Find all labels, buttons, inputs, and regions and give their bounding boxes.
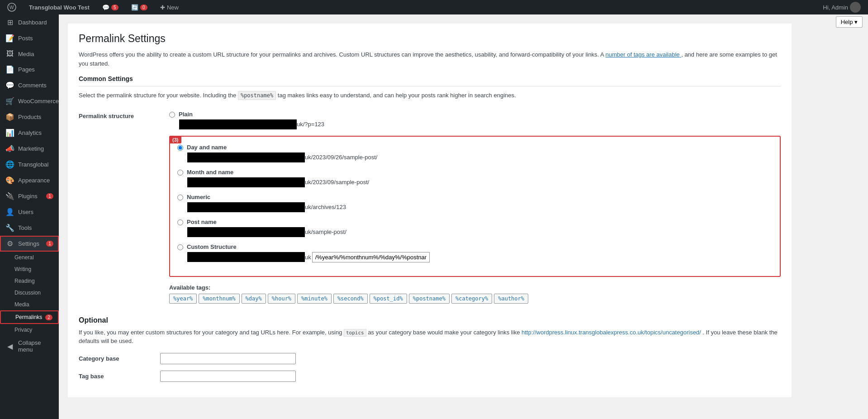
submenu-item-media-settings[interactable]: Media	[0, 299, 59, 310]
category-base-input[interactable]	[160, 353, 296, 364]
sidebar-item-transglobal[interactable]: 🌐 Transglobal	[0, 157, 59, 172]
site-name-item[interactable]: Transglobal Woo Test	[25, 0, 93, 14]
sidebar-item-label: Settings	[18, 240, 43, 247]
sidebar-item-label: Users	[18, 209, 53, 215]
comments-icon: 💬	[5, 81, 14, 90]
collapse-menu-item[interactable]: ◀ Collapse menu	[0, 336, 59, 357]
tag-second[interactable]: %second%	[333, 294, 368, 304]
pages-icon: 📄	[5, 65, 14, 74]
sidebar-item-comments[interactable]: 💬 Comments	[0, 77, 59, 93]
sidebar-item-posts[interactable]: 📝 Posts	[0, 30, 59, 46]
tag-category[interactable]: %category%	[451, 294, 492, 304]
user-greeting[interactable]: Hi, Admin	[819, 0, 864, 14]
tag-monthnum[interactable]: %monthnum%	[199, 294, 239, 304]
post-name-label[interactable]: Post name	[177, 219, 773, 225]
sidebar-item-label: Comments	[18, 82, 53, 89]
help-label: Help ▾	[841, 19, 858, 25]
help-button[interactable]: Help ▾	[836, 16, 863, 28]
tag-author[interactable]: %author%	[494, 294, 528, 304]
tag-postname[interactable]: %postname%	[409, 294, 450, 304]
postname-tag: %postname%	[238, 91, 276, 100]
sidebar-item-users[interactable]: 👤 Users	[0, 204, 59, 220]
sidebar-item-label: Marketing	[18, 145, 53, 152]
sidebar-item-settings[interactable]: ⚙ Settings 1	[0, 236, 59, 252]
csd-start: Select the permalink structure for your …	[79, 92, 236, 99]
tag-base-input[interactable]	[160, 371, 296, 382]
comments-item[interactable]: 💬 5	[99, 0, 122, 14]
plain-radio[interactable]	[169, 112, 175, 118]
custom-url-uk: uk	[305, 254, 311, 261]
numeric-option: Numeric uk/archives/123	[177, 194, 773, 212]
sidebar-item-products[interactable]: 📦 Products	[0, 109, 59, 125]
media-icon: 🖼	[5, 50, 14, 58]
submenu-item-general[interactable]: General	[0, 252, 59, 263]
sidebar-item-tools[interactable]: 🔧 Tools	[0, 220, 59, 236]
sidebar-item-label: Media	[18, 51, 53, 57]
month-name-radio[interactable]	[177, 170, 183, 176]
submenu-item-discussion[interactable]: Discussion	[0, 287, 59, 299]
tag-post-id[interactable]: %post_id%	[370, 294, 407, 304]
post-name-radio[interactable]	[177, 219, 183, 225]
tags-available-link[interactable]: number of tags are available	[605, 51, 681, 58]
collapse-icon: ◀	[5, 342, 14, 351]
custom-structure-input[interactable]	[312, 252, 430, 262]
submenu-item-reading[interactable]: Reading	[0, 275, 59, 287]
plugins-icon: 🔌	[5, 192, 14, 200]
numeric-radio[interactable]	[177, 195, 183, 200]
tag-hour[interactable]: %hour%	[268, 294, 295, 304]
tag-day[interactable]: %day%	[242, 294, 266, 304]
sidebar-item-label: Plugins	[18, 193, 43, 200]
tag-year[interactable]: %year%	[169, 294, 197, 304]
post-name-url-suffix: uk/sample-post/	[305, 229, 346, 235]
sidebar-item-media[interactable]: 🖼 Media	[0, 46, 59, 62]
permalink-structure-label: Permalink structure	[79, 107, 169, 307]
month-name-label[interactable]: Month and name	[177, 169, 773, 176]
optional-desc-url[interactable]: http://wordpress.linux.transglobalexpres…	[522, 329, 702, 336]
tag-minute[interactable]: %minute%	[297, 294, 332, 304]
numeric-url-redacted	[187, 202, 305, 212]
submenu-item-writing[interactable]: Writing	[0, 263, 59, 275]
submenu-item-permalinks[interactable]: Permalinks 2	[0, 310, 59, 324]
optional-desc-mid: as your category base would make your ca…	[368, 329, 520, 336]
day-name-option: Day and name uk/2023/09/26/sample-post/	[177, 144, 773, 162]
permalink-structure-box: (3) Day and name uk/2023/09/26/sample-po…	[169, 136, 781, 277]
hi-label: Hi, Admin	[823, 4, 848, 11]
users-icon: 👤	[5, 208, 14, 216]
numeric-label[interactable]: Numeric	[177, 194, 773, 200]
month-name-text: Month and name	[187, 169, 233, 176]
sidebar-item-marketing[interactable]: 📣 Marketing	[0, 141, 59, 157]
dashboard-icon: ⊞	[5, 18, 14, 27]
custom-structure-label[interactable]: Custom Structure	[177, 243, 773, 250]
sidebar-item-label: Appearance	[18, 177, 53, 184]
optional-desc-code: topics	[344, 329, 366, 337]
custom-structure-radio[interactable]	[177, 244, 183, 250]
day-name-radio[interactable]	[177, 145, 183, 151]
sidebar-item-pages[interactable]: 📄 Pages	[0, 62, 59, 77]
comments-count: 5	[111, 5, 119, 10]
submenu-item-privacy[interactable]: Privacy	[0, 324, 59, 336]
permalink-structure-row: Permalink structure Plain uk/?p=123	[79, 107, 781, 307]
sidebar-item-label: Posts	[18, 35, 53, 42]
sidebar-item-analytics[interactable]: 📊 Analytics	[0, 125, 59, 141]
updates-icon: 🔄	[131, 4, 138, 11]
custom-url-redacted	[187, 252, 305, 262]
day-name-label[interactable]: Day and name	[177, 144, 773, 151]
desc-start: WordPress offers you the ability to crea…	[79, 51, 604, 58]
day-name-url-redacted	[187, 152, 305, 162]
sidebar-item-dashboard[interactable]: ⊞ Dashboard	[0, 14, 59, 30]
sidebar-item-woocommerce[interactable]: 🛒 WooCommerce	[0, 93, 59, 109]
plain-label[interactable]: Plain	[169, 111, 781, 118]
settings-submenu: General Writing Reading Discussion Media…	[0, 252, 59, 336]
posts-icon: 📝	[5, 34, 14, 43]
post-name-text: Post name	[187, 219, 217, 225]
admin-bar: W Transglobal Woo Test 💬 5 🔄 0 ✚ New Hi,…	[0, 0, 868, 14]
sidebar-item-plugins[interactable]: 🔌 Plugins 1	[0, 188, 59, 204]
transglobal-icon: 🌐	[5, 160, 14, 169]
new-content-item[interactable]: ✚ New	[157, 0, 182, 14]
post-name-url-redacted	[187, 227, 305, 237]
sidebar-item-appearance[interactable]: 🎨 Appearance	[0, 172, 59, 188]
wp-logo-item[interactable]: W	[4, 0, 20, 14]
custom-structure-text: Custom Structure	[187, 243, 237, 250]
month-name-url-suffix: uk/2023/09/sample-post/	[305, 179, 369, 186]
updates-item[interactable]: 🔄 0	[128, 0, 151, 14]
